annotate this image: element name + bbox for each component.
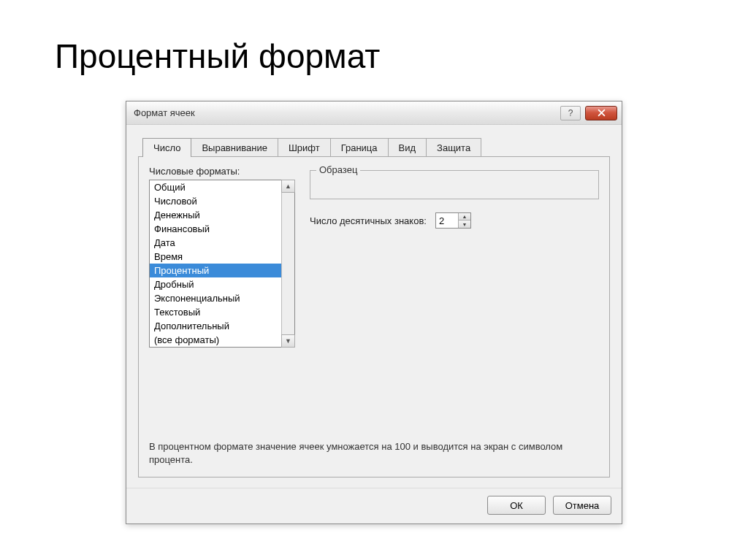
list-item[interactable]: Общий <box>150 180 281 194</box>
list-item[interactable]: Экспоненциальный <box>150 291 281 305</box>
tab-border[interactable]: Граница <box>330 138 389 156</box>
cancel-button[interactable]: Отмена <box>553 496 611 515</box>
tab-fill[interactable]: Вид <box>388 138 427 156</box>
titlebar: Формат ячеек ? <box>126 101 622 125</box>
decimals-label: Число десятичных знаков: <box>310 215 427 226</box>
list-item[interactable]: Текстовый <box>150 305 281 319</box>
scroll-up-icon[interactable]: ▲ <box>281 180 295 193</box>
list-item[interactable]: Дата <box>150 236 281 250</box>
sample-group: Образец <box>310 170 599 199</box>
decimals-input[interactable] <box>436 214 458 228</box>
sample-label: Образец <box>316 164 360 175</box>
dialog-title: Формат ячеек <box>134 107 195 118</box>
spinner-up-icon[interactable]: ▲ <box>459 213 470 220</box>
tab-protection[interactable]: Защита <box>426 138 481 156</box>
list-item[interactable]: Время <box>150 250 281 264</box>
listbox-scrollbar[interactable]: ▲ ▼ <box>281 180 294 347</box>
decimals-spinner[interactable]: ▲ ▼ <box>435 212 471 229</box>
spinner-down-icon[interactable]: ▼ <box>459 220 470 228</box>
tab-panel-number: Числовые форматы: Общий Числовой Денежны… <box>138 156 610 477</box>
category-listbox[interactable]: Общий Числовой Денежный Финансовый Дата … <box>149 180 295 348</box>
tab-font[interactable]: Шрифт <box>278 138 331 156</box>
list-item[interactable]: (все форматы) <box>150 333 281 347</box>
format-description: В процентном формате значение ячеек умно… <box>149 440 599 467</box>
ok-button[interactable]: ОК <box>487 496 546 515</box>
close-button[interactable] <box>585 106 617 120</box>
scroll-down-icon[interactable]: ▼ <box>281 334 295 348</box>
list-item[interactable]: Дробный <box>150 277 281 291</box>
list-item-selected[interactable]: Процентный <box>150 264 281 277</box>
close-icon <box>598 109 606 117</box>
list-item[interactable]: Числовой <box>150 194 281 208</box>
list-item[interactable]: Финансовый <box>150 222 281 236</box>
formats-label: Числовые форматы: <box>149 166 295 177</box>
list-item[interactable]: Дополнительный <box>150 319 281 333</box>
tab-row: Число Выравнивание Шрифт Граница Вид Защ… <box>138 138 610 156</box>
dialog-footer: ОК Отмена <box>126 488 622 523</box>
tab-alignment[interactable]: Выравнивание <box>191 138 278 156</box>
slide-title: Процентный формат <box>0 0 748 91</box>
tab-number[interactable]: Число <box>142 138 191 157</box>
list-item[interactable]: Денежный <box>150 208 281 222</box>
help-icon: ? <box>568 108 573 118</box>
help-button[interactable]: ? <box>560 106 581 120</box>
format-cells-dialog: Формат ячеек ? Число Выравнивание Шрифт … <box>126 101 622 524</box>
